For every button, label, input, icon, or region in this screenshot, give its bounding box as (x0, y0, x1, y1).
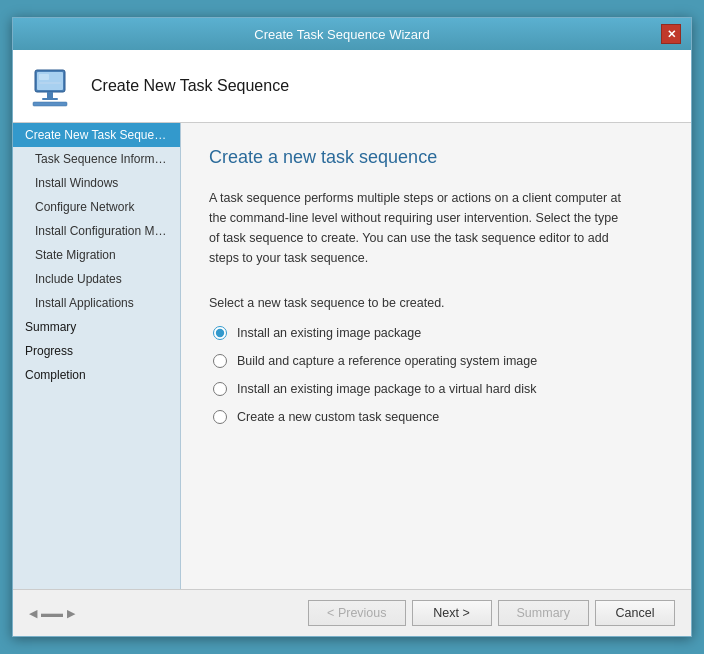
svg-rect-6 (39, 82, 61, 84)
title-bar: Create Task Sequence Wizard ✕ (13, 18, 691, 50)
radio-opt3[interactable] (213, 382, 227, 396)
wizard-body: Create New Task SequenceTask Sequence In… (13, 123, 691, 589)
sidebar-item-state-migration[interactable]: State Migration (13, 243, 180, 267)
content-title: Create a new task sequence (209, 147, 663, 168)
footer-left: ◀ ▬▬ ▶ (29, 607, 302, 620)
sidebar-item-create-new[interactable]: Create New Task Sequence (13, 123, 180, 147)
header-title: Create New Task Sequence (91, 77, 289, 95)
radio-item-opt4[interactable]: Create a new custom task sequence (213, 410, 663, 424)
next-button[interactable]: Next > (412, 600, 492, 626)
radio-opt4[interactable] (213, 410, 227, 424)
window-title: Create Task Sequence Wizard (23, 27, 661, 42)
sidebar-item-progress[interactable]: Progress (13, 339, 180, 363)
sidebar-item-install-config-mgr[interactable]: Install Configuration Ma… (13, 219, 180, 243)
sidebar-item-install-windows[interactable]: Install Windows (13, 171, 180, 195)
svg-rect-4 (33, 102, 67, 106)
radio-opt1[interactable] (213, 326, 227, 340)
radio-label-opt2: Build and capture a reference operating … (237, 354, 537, 368)
sidebar-item-summary[interactable]: Summary (13, 315, 180, 339)
cancel-button[interactable]: Cancel (595, 600, 675, 626)
sidebar-item-task-seq-info[interactable]: Task Sequence Informati… (13, 147, 180, 171)
footer: ◀ ▬▬ ▶ < Previous Next > Summary Cancel (13, 589, 691, 636)
radio-item-opt2[interactable]: Build and capture a reference operating … (213, 354, 663, 368)
content-description: A task sequence performs multiple steps … (209, 188, 629, 268)
content-area: Create a new task sequence A task sequen… (181, 123, 691, 589)
header-bar: Create New Task Sequence (13, 50, 691, 123)
radio-label-opt1: Install an existing image package (237, 326, 421, 340)
sidebar-item-configure-network[interactable]: Configure Network (13, 195, 180, 219)
sidebar-item-install-apps[interactable]: Install Applications (13, 291, 180, 315)
sidebar-item-include-updates[interactable]: Include Updates (13, 267, 180, 291)
sidebar-item-completion[interactable]: Completion (13, 363, 180, 387)
previous-button[interactable]: < Previous (308, 600, 405, 626)
select-label: Select a new task sequence to be created… (209, 296, 663, 310)
radio-group: Install an existing image packageBuild a… (213, 326, 663, 424)
wizard-icon (29, 62, 77, 110)
radio-label-opt3: Install an existing image package to a v… (237, 382, 536, 396)
scrollbar-area: ◀ ▬▬ ▶ (29, 607, 75, 620)
svg-rect-2 (47, 92, 53, 98)
radio-label-opt4: Create a new custom task sequence (237, 410, 439, 424)
radio-item-opt3[interactable]: Install an existing image package to a v… (213, 382, 663, 396)
svg-rect-5 (39, 74, 49, 80)
svg-rect-3 (42, 98, 58, 100)
wizard-window: Create Task Sequence Wizard ✕ Create New… (12, 17, 692, 637)
close-button[interactable]: ✕ (661, 24, 681, 44)
radio-opt2[interactable] (213, 354, 227, 368)
sidebar: Create New Task SequenceTask Sequence In… (13, 123, 181, 589)
radio-item-opt1[interactable]: Install an existing image package (213, 326, 663, 340)
summary-button[interactable]: Summary (498, 600, 589, 626)
